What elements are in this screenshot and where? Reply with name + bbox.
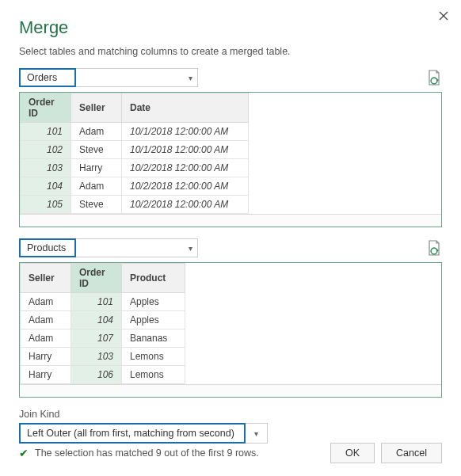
table2-options-icon[interactable] <box>426 239 442 257</box>
checkmark-icon: ✔ <box>19 447 29 459</box>
join-kind-label: Join Kind <box>19 409 442 420</box>
col-seller[interactable]: Seller <box>71 93 122 123</box>
dialog-title: Merge <box>19 17 442 38</box>
join-kind-arrow[interactable]: ▾ <box>246 423 268 444</box>
join-kind-value: Left Outer (all from first, matching fro… <box>19 423 246 444</box>
table-row[interactable]: Adam104Apples <box>21 311 185 329</box>
table2-dropdown-value: Products <box>19 238 76 257</box>
table-row[interactable]: Adam101Apples <box>21 293 185 311</box>
join-kind-dropdown[interactable]: Left Outer (all from first, matching fro… <box>19 423 442 444</box>
col-seller[interactable]: Seller <box>21 264 71 293</box>
table-row[interactable]: Adam107Bananas <box>21 329 185 348</box>
col-order-id[interactable]: Order ID <box>71 264 122 293</box>
table1-dropdown-arrow[interactable]: ▾ <box>76 68 198 87</box>
col-order-id[interactable]: Order ID <box>21 93 71 123</box>
table-row[interactable]: Harry106Lemons <box>21 366 185 384</box>
table-row[interactable]: 103Harry10/2/2018 12:00:00 AM <box>21 159 249 177</box>
ok-button[interactable]: OK <box>330 443 375 463</box>
table2-dropdown-arrow[interactable]: ▾ <box>76 238 198 257</box>
dialog-subtitle: Select tables and matching columns to cr… <box>19 46 442 57</box>
table1-preview: Order ID Seller Date 101Adam10/1/2018 12… <box>19 92 442 227</box>
table1-header[interactable]: Order ID Seller Date <box>21 93 249 123</box>
chevron-down-icon: ▾ <box>189 244 192 253</box>
chevron-down-icon: ▾ <box>189 74 192 82</box>
table2-dropdown[interactable]: Products ▾ <box>19 238 198 257</box>
col-product[interactable]: Product <box>122 264 185 293</box>
cancel-button[interactable]: Cancel <box>381 443 442 463</box>
table-row[interactable]: 105Steve10/2/2018 12:00:00 AM <box>21 196 249 214</box>
chevron-down-icon: ▾ <box>254 429 258 438</box>
table1-dropdown-value: Orders <box>19 68 76 87</box>
table-row[interactable]: 102Steve10/1/2018 12:00:00 AM <box>21 141 249 159</box>
table2-header[interactable]: Seller Order ID Product <box>21 264 185 293</box>
table1-options-icon[interactable] <box>426 69 442 86</box>
table2-selector-row: Products ▾ <box>19 238 442 257</box>
merge-dialog: Merge Select tables and matching columns… <box>0 0 461 476</box>
table2-preview: Seller Order ID Product Adam101Apples Ad… <box>19 262 442 398</box>
table2-footer-strip <box>20 384 441 397</box>
table1-footer-strip <box>20 214 441 227</box>
table-row[interactable]: 101Adam10/1/2018 12:00:00 AM <box>21 123 249 141</box>
dialog-footer: ✔ The selection has matched 9 out of the… <box>19 443 442 463</box>
status-text: The selection has matched 9 out of the f… <box>35 447 259 459</box>
close-button[interactable] <box>434 6 453 25</box>
table-row[interactable]: 104Adam10/2/2018 12:00:00 AM <box>21 177 249 196</box>
table1-selector-row: Orders ▾ <box>19 68 442 87</box>
table-row[interactable]: Harry103Lemons <box>21 348 185 366</box>
table1-dropdown[interactable]: Orders ▾ <box>19 68 198 87</box>
col-date[interactable]: Date <box>122 93 249 123</box>
